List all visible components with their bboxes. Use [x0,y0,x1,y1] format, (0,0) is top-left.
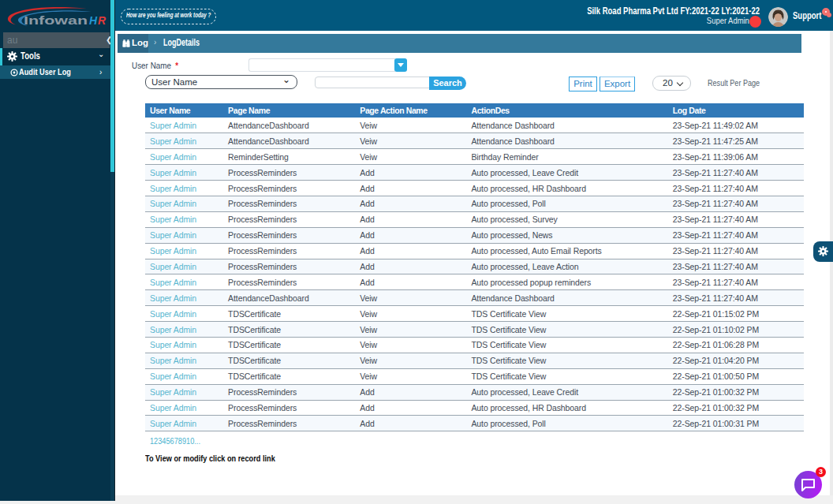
svg-text:Infowan: Infowan [24,14,88,27]
svg-text:R: R [98,14,106,27]
svg-text:H: H [89,14,98,27]
